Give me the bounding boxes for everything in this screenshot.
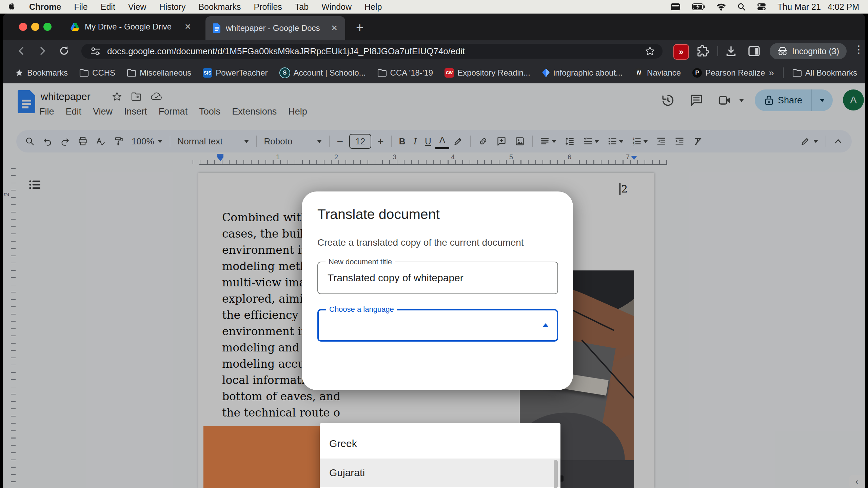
screen: Chrome File Edit View History Bookmarks … — [0, 0, 868, 488]
bookmark-label: Bookmarks — [27, 68, 68, 78]
site-settings-icon[interactable] — [90, 47, 100, 56]
spotlight-search-icon[interactable] — [737, 3, 746, 11]
extensions-puzzle-icon[interactable] — [696, 44, 709, 58]
bookmarks-bar: Bookmarks CCHS Miscellaneous SIS PowerTe… — [3, 62, 865, 84]
google-docs-icon — [213, 23, 220, 33]
minimize-window-button[interactable] — [31, 23, 39, 31]
dialog-title: Translate document — [317, 206, 558, 222]
docs-app: whitepaper File Edit View Insert Format … — [3, 83, 865, 488]
infographic-icon — [542, 68, 550, 78]
chevron-up-icon — [542, 322, 549, 328]
menubar-item-chrome[interactable]: Chrome — [29, 2, 61, 12]
side-panel-icon[interactable] — [747, 44, 761, 58]
tab-whitepaper-active[interactable]: whitepaper - Google Docs ✕ — [205, 16, 345, 40]
incognito-badge[interactable]: Incognito (3) — [770, 43, 847, 59]
menubar-date[interactable]: Thu Mar 21 — [777, 2, 821, 12]
translate-document-dialog: Translate document Create a translated c… — [302, 191, 573, 390]
choose-language-label: Choose a language — [326, 305, 397, 314]
bookmark-label: Miscellaneous — [140, 68, 191, 78]
browser-toolbar: docs.google.com/document/d/1M5FGa00ksM9k… — [3, 40, 865, 62]
bookmark-label: Expository Readin... — [457, 68, 530, 78]
menubar-item-file[interactable]: File — [74, 2, 87, 12]
powerteacher-icon: SIS — [203, 68, 212, 78]
tab-my-drive[interactable]: My Drive - Google Drive ✕ — [63, 16, 199, 37]
google-drive-icon — [71, 23, 79, 31]
menubar-item-help[interactable]: Help — [364, 2, 382, 12]
menubar-item-view[interactable]: View — [128, 2, 146, 12]
incognito-label: Incognito (3) — [792, 46, 839, 56]
menubar-item-tab[interactable]: Tab — [295, 2, 309, 12]
dropdown-scrollbar-thumb[interactable] — [554, 460, 558, 488]
bookmarks-overflow-chevrons[interactable]: » — [769, 67, 774, 78]
tab-strip: My Drive - Google Drive ✕ whitepaper - G… — [3, 14, 865, 40]
new-document-title-field[interactable]: New document title Translated copy of wh… — [317, 262, 558, 294]
bookmark-label: CCHS — [92, 68, 115, 78]
back-icon[interactable] — [16, 45, 27, 57]
bookmark-label: Account | Schoolo... — [294, 68, 366, 78]
bookmark-bookmarks[interactable]: Bookmarks — [15, 68, 68, 78]
battery-icon[interactable] — [692, 3, 705, 10]
forward-icon[interactable] — [37, 45, 48, 57]
bookmark-label: All Bookmarks — [805, 68, 857, 78]
url-text: docs.google.com/document/d/1M5FGa00ksM9k… — [107, 46, 465, 57]
menubar-time[interactable]: 4:02 PM — [828, 2, 859, 12]
bookmark-powerteacher[interactable]: SIS PowerTeacher — [203, 68, 268, 78]
menubar-item-bookmarks[interactable]: Bookmarks — [198, 2, 241, 12]
bookmark-miscellaneous[interactable]: Miscellaneous — [127, 68, 191, 78]
new-document-title-value: Translated copy of whitepaper — [328, 272, 463, 284]
tab-title: My Drive - Google Drive — [85, 22, 172, 32]
new-tab-button[interactable]: + — [356, 20, 363, 35]
bookmark-label: infographic about... — [553, 68, 623, 78]
language-dropdown-menu: Greek Gujarati Haitian Creole Hausa — [320, 423, 560, 488]
bookmark-label: Pearson Realize — [705, 68, 765, 78]
macos-menubar: Chrome File Edit View History Bookmarks … — [0, 0, 868, 14]
bookmark-star-icon[interactable] — [645, 46, 655, 56]
downloads-icon[interactable] — [724, 44, 738, 58]
menubar-item-edit[interactable]: Edit — [101, 2, 115, 12]
adblock-extension-icon[interactable]: » — [673, 44, 689, 60]
toolbar-divider — [717, 46, 718, 56]
close-window-button[interactable] — [19, 23, 27, 31]
schoology-icon: S — [279, 67, 290, 78]
menubar-item-profiles[interactable]: Profiles — [254, 2, 282, 12]
bookmark-infographic[interactable]: infographic about... — [542, 68, 623, 78]
wifi-icon[interactable] — [716, 3, 726, 11]
bookmark-pearson[interactable]: P Pearson Realize — [692, 68, 765, 78]
control-center-icon[interactable] — [757, 3, 766, 11]
browser-window: My Drive - Google Drive ✕ whitepaper - G… — [3, 14, 865, 488]
close-tab-icon[interactable]: ✕ — [184, 22, 191, 32]
bookmark-label: PowerTeacher — [216, 68, 268, 78]
display-icon[interactable] — [670, 3, 680, 11]
bookmark-label: CCA '18-'19 — [390, 68, 433, 78]
reload-icon[interactable] — [58, 45, 70, 57]
menubar-item-history[interactable]: History — [159, 2, 186, 12]
bookmark-expository[interactable]: CW Expository Readin... — [445, 68, 530, 78]
language-option-gujarati[interactable]: Gujarati — [320, 459, 560, 487]
menubar-item-window[interactable]: Window — [321, 2, 352, 12]
new-document-title-label: New document title — [326, 258, 395, 266]
incognito-icon — [777, 46, 788, 56]
bookmark-label: Naviance — [647, 68, 681, 78]
pearson-icon: P — [692, 68, 702, 78]
choose-language-select[interactable]: Choose a language — [317, 309, 558, 342]
bookmark-cca[interactable]: CCA '18-'19 — [377, 68, 433, 78]
browser-menu-dots-icon[interactable]: ⋮ — [854, 43, 864, 55]
bookmark-schoology[interactable]: S Account | Schoolo... — [279, 67, 366, 78]
apple-icon[interactable] — [9, 2, 16, 11]
close-tab-icon[interactable]: ✕ — [331, 23, 338, 33]
tab-title: whitepaper - Google Docs — [226, 23, 320, 33]
naviance-icon: N — [634, 68, 644, 78]
language-option-greek[interactable]: Greek — [320, 429, 560, 458]
zoom-window-button[interactable] — [43, 23, 52, 31]
dialog-subtitle: Create a translated copy of the current … — [317, 237, 558, 248]
bookmark-cchs[interactable]: CCHS — [79, 68, 115, 78]
bookmark-naviance[interactable]: N Naviance — [634, 68, 681, 78]
bookmarks-divider — [783, 67, 784, 78]
expository-icon: CW — [445, 68, 454, 78]
all-bookmarks-button[interactable]: All Bookmarks — [792, 68, 857, 78]
address-bar[interactable]: docs.google.com/document/d/1M5FGa00ksM9k… — [81, 44, 663, 59]
